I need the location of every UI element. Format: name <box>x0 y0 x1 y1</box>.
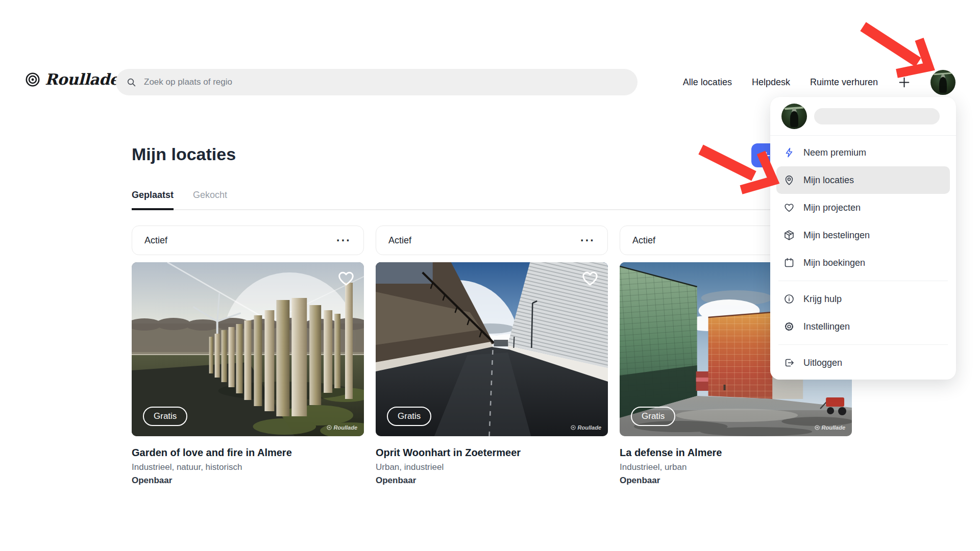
calendar-icon <box>783 257 795 268</box>
tab-gekocht[interactable]: Gekocht <box>193 190 227 210</box>
header-nav: Alle locaties Helpdesk Ruimte verhuren <box>683 68 955 96</box>
gear-icon <box>783 321 795 332</box>
package-icon <box>783 230 795 241</box>
plus-icon[interactable] <box>898 76 911 89</box>
location-title[interactable]: Oprit Woonhart in Zoetermeer <box>376 447 608 459</box>
location-tags: Industrieel, natuur, historisch <box>132 462 364 472</box>
photo-watermark: Roullade <box>327 424 357 431</box>
bullseye-icon <box>571 425 576 430</box>
menu-item-mijn-bestelingen[interactable]: Mijn bestelingen <box>776 221 950 249</box>
menu-item-neem-premium[interactable]: Neem premium <box>776 139 950 166</box>
location-cards: Actief ··· <box>132 226 852 486</box>
bullseye-icon <box>327 425 332 430</box>
location-card: Actief ··· <box>376 226 608 486</box>
menu-item-mijn-boekingen[interactable]: Mijn boekingen <box>776 249 950 277</box>
menu-item-mijn-projecten[interactable]: Mijn projecten <box>776 194 950 221</box>
status-badge: Actief <box>144 235 167 246</box>
status-badge: Actief <box>632 235 655 246</box>
photo-watermark: Roullade <box>571 424 601 431</box>
user-name-skeleton <box>814 108 940 124</box>
menu-divider <box>778 344 948 345</box>
tab-bar: Geplaatst Gekocht <box>132 190 850 210</box>
price-badge: Gratis <box>631 407 675 426</box>
location-photo-garden[interactable]: Gratis Roullade <box>132 262 364 436</box>
price-badge: Gratis <box>143 407 187 426</box>
map-pin-icon <box>783 174 795 186</box>
status-bar[interactable]: Actief ··· <box>376 226 608 255</box>
app-window: Roullade Alle locaties Helpdesk Ruimte v… <box>0 0 980 551</box>
lightning-icon <box>783 147 795 158</box>
visibility-label: Openbaar <box>132 475 364 486</box>
location-photo-oprit[interactable]: Gratis Roullade <box>376 262 608 436</box>
dropdown-menu-list: Neem premium Mijn locaties Mijn projecte… <box>770 136 956 377</box>
tab-geplaatst[interactable]: Geplaatst <box>132 190 174 210</box>
search-icon <box>126 77 137 88</box>
favorite-heart-icon[interactable] <box>581 270 599 289</box>
search-input[interactable] <box>143 77 632 88</box>
visibility-label: Openbaar <box>620 475 852 486</box>
status-badge: Actief <box>388 235 411 246</box>
menu-divider <box>778 281 948 281</box>
user-dropdown-menu: Neem premium Mijn locaties Mijn projecte… <box>770 97 956 380</box>
avatar <box>781 104 807 129</box>
location-title[interactable]: Garden of love and fire in Almere <box>132 447 364 459</box>
status-bar[interactable]: Actief ··· <box>132 226 364 255</box>
menu-item-krijg-hulp[interactable]: Krijg hulp <box>776 285 950 313</box>
favorite-heart-icon[interactable] <box>337 270 355 289</box>
user-avatar[interactable] <box>930 70 955 95</box>
location-card: Actief ··· <box>132 226 364 486</box>
location-title[interactable]: La defense in Almere <box>620 447 852 459</box>
menu-item-uitloggen[interactable]: Uitloggen <box>776 349 950 377</box>
plus-icon: + <box>762 147 770 164</box>
arrow-to-avatar <box>863 27 929 73</box>
dropdown-user-header <box>770 97 956 136</box>
nav-ruimte-verhuren[interactable]: Ruimte verhuren <box>810 77 878 88</box>
visibility-label: Openbaar <box>376 475 608 486</box>
logout-icon <box>783 357 795 368</box>
page-title: Mijn locaties <box>132 144 236 164</box>
bullseye-icon <box>25 72 40 87</box>
nav-helpdesk[interactable]: Helpdesk <box>752 77 790 88</box>
nav-alle-locaties[interactable]: Alle locaties <box>683 77 732 88</box>
info-icon <box>783 293 795 305</box>
brand-logo[interactable]: Roullade <box>25 70 119 88</box>
menu-item-mijn-locaties[interactable]: Mijn locaties <box>776 166 950 194</box>
photo-watermark: Roullade <box>815 424 845 431</box>
brand-name: Roullade <box>45 70 119 88</box>
menu-item-instellingen[interactable]: Instellingen <box>776 313 950 340</box>
heart-icon <box>783 202 795 213</box>
bullseye-icon <box>815 425 820 430</box>
price-badge: Gratis <box>387 407 431 426</box>
location-tags: Urban, industrieel <box>376 462 608 472</box>
location-tags: Industrieel, urban <box>620 462 852 472</box>
search-bar[interactable] <box>116 69 638 95</box>
